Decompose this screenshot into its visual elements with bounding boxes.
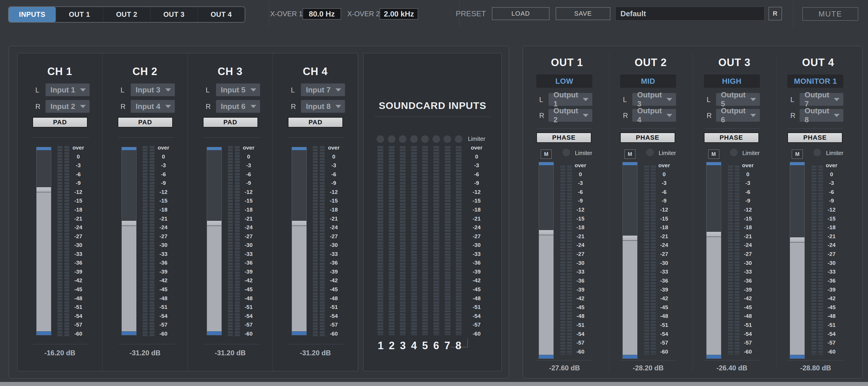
gain-fader[interactable] <box>122 147 136 335</box>
scale-tick: -39 <box>159 269 167 275</box>
tab-out-1[interactable]: OUT 1 <box>56 7 103 22</box>
scale-tick: -51 <box>472 304 480 310</box>
fader-handle[interactable] <box>122 221 136 226</box>
fader-fill <box>623 241 637 355</box>
pad-button[interactable]: PAD <box>118 117 173 128</box>
scale-tick: -6 <box>578 189 583 195</box>
scale-tick: -24 <box>159 225 167 230</box>
scale-tick: -24 <box>330 225 338 230</box>
fader-handle[interactable] <box>207 221 221 226</box>
phase-button[interactable]: PHASE <box>704 132 759 143</box>
soundcard-panel: SOUNDCARD INPUTS Limiter over0-3-6-9-12-… <box>363 53 502 371</box>
mono-button[interactable]: M <box>624 150 636 159</box>
xover1-value-field[interactable]: 80.0 Hz <box>303 8 341 20</box>
left-input-select[interactable]: Input 5 <box>216 84 260 96</box>
scale-tick: -12 <box>576 207 584 213</box>
gain-fader[interactable] <box>36 147 51 335</box>
tab-inputs[interactable]: INPUTS <box>9 7 56 22</box>
mute-button[interactable]: MUTE <box>803 7 858 21</box>
phase-button[interactable]: PHASE <box>536 132 591 143</box>
mono-button[interactable]: M <box>708 150 719 159</box>
load-button[interactable]: LOAD <box>492 7 549 20</box>
scale-tick: -45 <box>744 304 752 310</box>
scale-tick: -9 <box>474 180 479 186</box>
fader-handle[interactable] <box>36 187 51 192</box>
scale-tick: -48 <box>744 313 752 319</box>
right-output-select[interactable]: Output 4 <box>632 109 676 122</box>
scale-tick: -24 <box>245 225 252 230</box>
scale-tick: -48 <box>74 296 82 301</box>
pad-button[interactable]: PAD <box>32 117 88 128</box>
fader-handle[interactable] <box>707 232 721 237</box>
phase-button[interactable]: PHASE <box>787 132 842 143</box>
scale-tick: -6 <box>246 171 251 178</box>
fader-handle[interactable] <box>292 221 306 226</box>
scale-tick: -21 <box>828 233 836 239</box>
chevron-down-icon <box>80 105 86 108</box>
right-output-select[interactable]: Output 8 <box>800 109 843 122</box>
scale-tick: -57 <box>576 340 584 346</box>
gain-fader[interactable] <box>539 162 554 359</box>
right-output-value: Output 2 <box>553 106 583 124</box>
scale-tick: -24 <box>660 242 668 248</box>
scale-tick: 0 <box>332 154 335 160</box>
fader-handle[interactable] <box>539 230 553 235</box>
scale-tick: 0 <box>662 171 665 178</box>
scale-tick: -51 <box>828 322 836 328</box>
left-input-value: Input 5 <box>221 86 246 94</box>
gain-fader[interactable] <box>790 162 805 359</box>
scale-tick: -57 <box>744 340 752 346</box>
fader-handle[interactable] <box>623 235 637 241</box>
mono-button[interactable]: M <box>541 150 552 159</box>
mono-button[interactable]: M <box>792 150 803 159</box>
left-input-select[interactable]: Input 1 <box>45 84 90 96</box>
pad-button[interactable]: PAD <box>288 117 343 128</box>
scale-tick: -18 <box>472 207 480 213</box>
fader-handle[interactable] <box>790 237 805 243</box>
left-input-value: Input 7 <box>306 86 331 94</box>
right-input-select[interactable]: Input 8 <box>301 100 345 113</box>
scale-tick: -30 <box>74 242 82 248</box>
band-label: MID <box>641 77 655 86</box>
divider <box>118 137 175 138</box>
tab-out-3[interactable]: OUT 3 <box>151 7 198 22</box>
gain-fader[interactable] <box>292 147 307 335</box>
left-input-select[interactable]: Input 3 <box>131 84 175 96</box>
reset-button[interactable]: R <box>769 7 782 20</box>
preset-name-field[interactable]: Default <box>616 7 765 21</box>
chevron-down-icon <box>666 98 672 101</box>
left-output-select[interactable]: Output 1 <box>549 93 592 106</box>
limiter-led <box>410 135 418 143</box>
scale-tick: -48 <box>472 296 480 301</box>
gain-fader[interactable] <box>706 162 721 359</box>
tab-out-2[interactable]: OUT 2 <box>103 7 151 22</box>
right-output-select[interactable]: Output 6 <box>716 109 760 122</box>
scale-tick: -9 <box>76 180 81 186</box>
right-input-select[interactable]: Input 2 <box>45 100 90 113</box>
left-output-select[interactable]: Output 7 <box>800 93 843 106</box>
inputs-panel: CH 1 L Input 1 R Input 2 PAD over0 <box>9 46 509 379</box>
xover2-value-field[interactable]: 2.00 kHz <box>380 8 418 20</box>
fader-over-cap <box>292 147 306 150</box>
scale-tick: over <box>658 163 670 168</box>
left-channel-label: L <box>623 96 627 104</box>
scale-tick: -60 <box>472 331 480 337</box>
limiter-led <box>399 135 406 143</box>
left-input-select[interactable]: Input 7 <box>301 84 345 96</box>
tab-out-4[interactable]: OUT 4 <box>198 7 245 22</box>
fader-fill <box>36 192 51 331</box>
scale-tick: 0 <box>77 154 80 160</box>
scale-tick: -9 <box>161 180 166 186</box>
scale-tick: -54 <box>828 331 836 337</box>
right-output-select[interactable]: Output 2 <box>549 109 592 122</box>
pad-button[interactable]: PAD <box>203 117 258 128</box>
right-input-select[interactable]: Input 4 <box>131 100 175 113</box>
left-output-select[interactable]: Output 5 <box>716 93 760 106</box>
left-output-select[interactable]: Output 3 <box>632 93 676 106</box>
divider <box>288 137 345 138</box>
gain-fader[interactable] <box>207 147 222 335</box>
gain-fader[interactable] <box>622 162 638 359</box>
save-button[interactable]: SAVE <box>556 7 610 20</box>
right-input-select[interactable]: Input 6 <box>216 100 260 113</box>
phase-button[interactable]: PHASE <box>620 132 675 143</box>
